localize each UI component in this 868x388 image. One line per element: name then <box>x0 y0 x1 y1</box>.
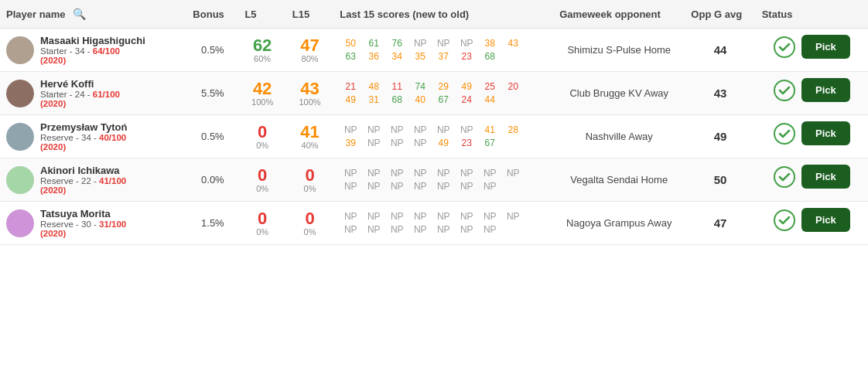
l5-cell: 62 60% <box>238 29 285 72</box>
score-cell: NP <box>409 138 431 148</box>
score-cell: NP <box>456 181 477 192</box>
score-cell: 39 <box>340 138 361 148</box>
player-cell: Hervé Koffi Starter - 24 - 61/100 (2020) <box>0 72 186 115</box>
score-cell: NP <box>363 211 384 222</box>
player-info: Akinori Ichikawa Reserve - 22 - 41/100 (… <box>40 165 126 195</box>
check-icon <box>774 209 795 231</box>
l5-pct: 0% <box>244 184 279 193</box>
l5-cell: 0 0% <box>238 202 285 245</box>
l5-score: 0 <box>244 124 279 141</box>
player-info: Przemysław Tytoń Reserve - 34 - 40/100 (… <box>40 121 127 151</box>
score-cell: NP <box>432 38 454 49</box>
score-cell: NP <box>432 211 454 222</box>
main-table-container: Player name 🔍 Bonus L5 L15 Last 15 score… <box>0 0 868 245</box>
score-cell: 28 <box>502 124 524 135</box>
search-icon[interactable]: 🔍 <box>73 8 86 20</box>
score-cell: NP <box>409 168 431 179</box>
score-cell: 76 <box>386 38 408 49</box>
score-cell: NP <box>340 124 361 135</box>
checkmark-svg <box>774 209 795 231</box>
score-cell: NP <box>363 224 384 235</box>
score-cell: NP <box>479 168 501 179</box>
score-cell: 23 <box>456 51 477 62</box>
opponent-name: Club Brugge KV Away <box>569 87 668 99</box>
score-cell: 38 <box>479 38 501 49</box>
player-info: Masaaki Higashiguchi Starter - 34 - 64/1… <box>40 35 145 65</box>
opp-avg-value: 44 <box>714 43 727 56</box>
avatar <box>6 209 34 237</box>
bonus-header: Bonus <box>186 0 238 29</box>
opponent-name: Vegalta Sendai Home <box>570 174 668 185</box>
score-cell: NP <box>386 181 408 192</box>
l5-header: L5 <box>238 0 285 29</box>
scores-cell: NPNPNPNPNPNPNPNP NPNPNPNPNPNPNP <box>333 158 553 202</box>
scores-row1: 2148117429492520 <box>340 81 547 92</box>
players-table: Player name 🔍 Bonus L5 L15 Last 15 score… <box>0 0 868 245</box>
player-cell: Przemysław Tytoń Reserve - 34 - 40/100 (… <box>0 115 186 158</box>
player-year: (2020) <box>40 185 126 195</box>
scores-row2: 49316840672444 <box>340 94 547 105</box>
opponent-cell: Nagoya Grampus Away <box>553 202 685 245</box>
score-cell: NP <box>386 124 408 135</box>
l15-cell: 47 80% <box>286 29 333 72</box>
opp-avg-label: Opp G avg <box>691 9 742 20</box>
score-cell: 49 <box>456 81 477 92</box>
l5-pct: 60% <box>244 54 279 63</box>
bonus-value: 5.5% <box>201 87 224 99</box>
scores-row1: NPNPNPNPNPNP4128 <box>340 124 547 135</box>
check-icon <box>774 123 795 145</box>
l5-pct: 0% <box>244 227 279 237</box>
opp-avg-value: 50 <box>714 173 727 186</box>
player-year: (2020) <box>40 229 126 238</box>
bonus-value: 0.0% <box>201 174 224 185</box>
score-cell: 31 <box>363 94 384 105</box>
player-sub: Reserve - 30 - 31/100 <box>40 220 126 229</box>
status-cell: Pick <box>756 115 868 151</box>
player-name: Tatsuya Morita <box>40 208 126 220</box>
svg-point-0 <box>774 37 795 57</box>
pick-button[interactable]: Pick <box>801 35 850 59</box>
score-cell: NP <box>432 168 454 179</box>
score-cell: NP <box>456 168 477 179</box>
svg-point-4 <box>774 210 795 230</box>
score-cell: NP <box>386 168 408 179</box>
pick-button[interactable]: Pick <box>801 165 850 189</box>
bonus-cell: 0.5% <box>186 29 238 72</box>
score-cell: NP <box>456 224 477 235</box>
l15-score: 0 <box>292 167 327 184</box>
player-name: Akinori Ichikawa <box>40 165 126 176</box>
table-row: Akinori Ichikawa Reserve - 22 - 41/100 (… <box>0 158 868 202</box>
player-sub: Reserve - 34 - 40/100 <box>40 133 127 142</box>
checkmark-svg <box>774 123 795 145</box>
l15-pct: 40% <box>292 141 327 150</box>
opp-avg-value: 49 <box>714 130 727 143</box>
score-cell: NP <box>409 211 431 222</box>
opponent-cell: Club Brugge KV Away <box>553 72 685 115</box>
table-body: Masaaki Higashiguchi Starter - 34 - 64/1… <box>0 29 868 245</box>
l15-score: 41 <box>292 124 327 141</box>
score-cell: NP <box>340 211 361 222</box>
scores-cell: NPNPNPNPNPNPNPNP NPNPNPNPNPNPNP <box>333 202 553 245</box>
l15-header: L15 <box>286 0 333 29</box>
player-year: (2020) <box>40 99 120 108</box>
score-cell: 48 <box>363 81 384 92</box>
scores-row2: NPNPNPNPNPNPNP <box>340 224 547 235</box>
opp-avg-cell: 43 <box>685 72 755 115</box>
score-cell: NP <box>340 168 361 179</box>
score-cell: 67 <box>479 138 501 148</box>
check-icon <box>774 80 795 101</box>
score-cell: 37 <box>432 51 454 62</box>
l5-score: 0 <box>244 167 279 184</box>
bonus-cell: 0.0% <box>186 158 238 202</box>
scores-row1: NPNPNPNPNPNPNPNP <box>340 168 547 179</box>
score-cell: NP <box>432 181 454 192</box>
pick-button[interactable]: Pick <box>801 208 850 232</box>
scores-row1: NPNPNPNPNPNPNPNP <box>340 211 547 222</box>
scores-row2: 39NPNPNP492367 <box>340 138 547 148</box>
pick-button[interactable]: Pick <box>801 78 850 102</box>
pick-button[interactable]: Pick <box>801 121 850 145</box>
table-row: Przemysław Tytoń Reserve - 34 - 40/100 (… <box>0 115 868 158</box>
table-row: Tatsuya Morita Reserve - 30 - 31/100 (20… <box>0 202 868 245</box>
score-cell: 68 <box>479 51 501 62</box>
score-cell: 25 <box>479 81 501 92</box>
